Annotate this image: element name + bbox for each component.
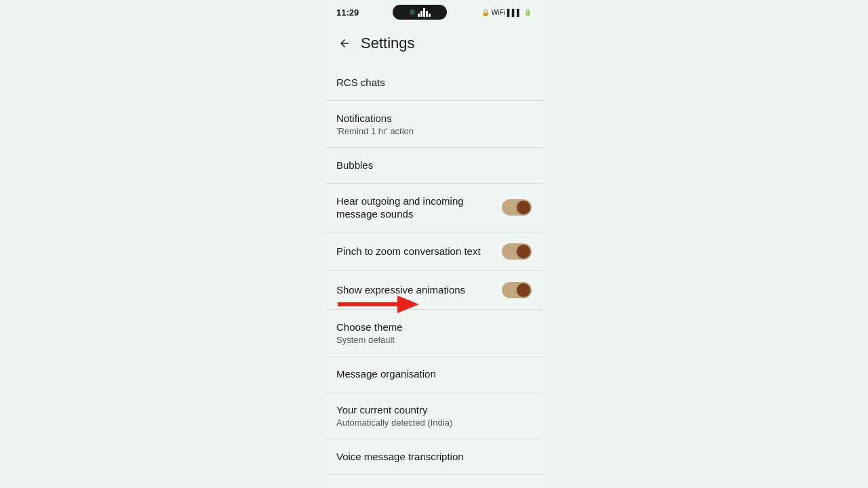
camera-pill: [393, 5, 447, 20]
settings-list: RCS chats Notifications 'Remind 1 hr' ac…: [326, 65, 542, 488]
camera-dot: [410, 9, 415, 15]
arrow-annotation: [338, 296, 419, 313]
settings-item-message-org[interactable]: Message organisation: [326, 357, 542, 392]
network-icon: 🔒: [481, 9, 490, 16]
theme-subtitle: System default: [336, 335, 532, 345]
settings-item-rcs-chats[interactable]: RCS chats: [326, 65, 542, 101]
voice-transcription-title: Voice message transcription: [336, 450, 532, 464]
bubbles-title: Bubbles: [336, 159, 532, 172]
battery-icon: 🔋: [524, 9, 532, 16]
settings-item-bubbles[interactable]: Bubbles: [326, 148, 542, 184]
message-sounds-title: Hear outgoing and incoming message sound…: [336, 195, 502, 221]
animations-title: Show expressive animations: [336, 283, 502, 297]
country-subtitle: Automatically detected (India): [336, 418, 532, 428]
sound-wave-icon: [418, 8, 431, 17]
message-sounds-toggle[interactable]: [502, 199, 532, 216]
status-bar: 11:29 🔒 WiFi ▌▌▌ 🔋: [326, 0, 542, 24]
back-arrow-icon: [338, 37, 351, 49]
status-icons: 🔒 WiFi ▌▌▌ 🔋: [481, 9, 532, 16]
phone-container: 11:29 🔒 WiFi ▌▌▌ 🔋 Settings: [326, 0, 542, 488]
settings-item-theme[interactable]: Choose theme System default: [326, 310, 542, 357]
status-time: 11:29: [336, 7, 359, 18]
theme-title: Choose theme: [336, 321, 532, 334]
settings-item-message-sounds[interactable]: Hear outgoing and incoming message sound…: [326, 184, 542, 232]
settings-item-gemini[interactable]: Gemini in Messages: [326, 475, 542, 489]
wifi-icon: WiFi: [492, 9, 505, 16]
pinch-zoom-toggle[interactable]: [502, 243, 532, 260]
svg-marker-1: [397, 296, 419, 313]
signal-icon: ▌▌▌: [507, 9, 521, 16]
red-arrow-icon: [338, 296, 419, 313]
animations-toggle[interactable]: [502, 282, 532, 298]
settings-item-country[interactable]: Your current country Automatically detec…: [326, 392, 542, 440]
settings-item-voice-transcription[interactable]: Voice message transcription: [326, 439, 542, 475]
back-button[interactable]: [332, 31, 357, 56]
svg-rect-0: [338, 302, 399, 306]
notifications-title: Notifications: [336, 112, 532, 125]
country-title: Your current country: [336, 403, 532, 417]
settings-item-notifications[interactable]: Notifications 'Remind 1 hr' action: [326, 101, 542, 148]
notifications-subtitle: 'Remind 1 hr' action: [336, 126, 532, 136]
message-org-title: Message organisation: [336, 367, 532, 381]
rcs-chats-title: RCS chats: [336, 76, 532, 89]
page-title: Settings: [361, 35, 415, 52]
settings-item-pinch-zoom[interactable]: Pinch to zoom conversation text: [326, 232, 542, 271]
pinch-zoom-title: Pinch to zoom conversation text: [336, 245, 502, 258]
settings-header: Settings: [326, 24, 542, 65]
